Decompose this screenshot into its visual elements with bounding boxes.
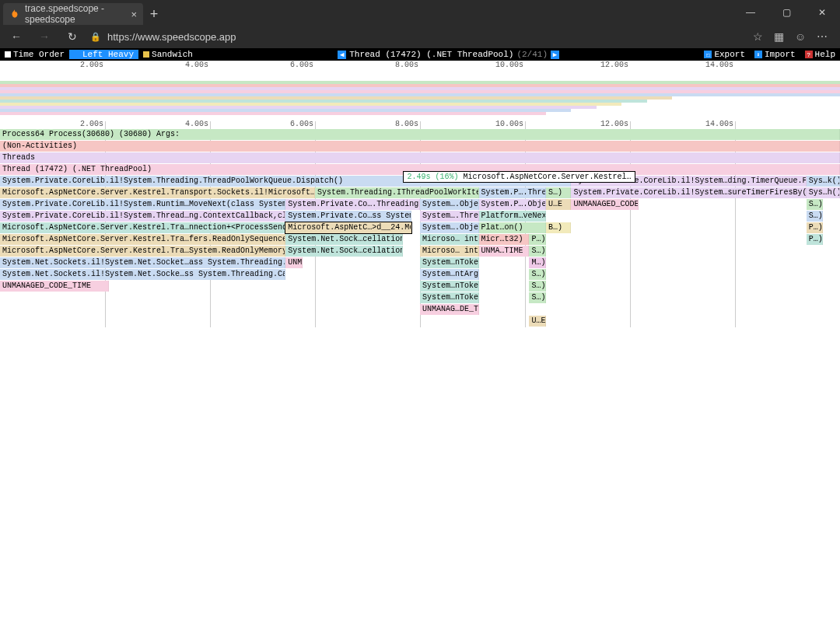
address-bar[interactable]: 🔒 https://www.speedscope.app xyxy=(90,31,745,43)
flame-frame[interactable]: Platform…veNext() xyxy=(479,211,546,222)
extensions-icon[interactable]: ▦ xyxy=(774,30,784,43)
profile-icon[interactable]: ☺ xyxy=(795,30,806,43)
flame-frame[interactable]: System.Threading.IThreadPoolWorkItem.Exe… xyxy=(315,187,479,198)
flame-frame[interactable]: Microsoft.AspNetCore.Server.Kestrel.Tra…… xyxy=(0,234,285,245)
ruler-tick: 14.00s xyxy=(705,120,735,128)
flame-frame[interactable]: S…) xyxy=(807,199,824,210)
import-button[interactable]: ⬇Import xyxy=(750,50,800,59)
flame-frame[interactable]: P…) xyxy=(529,234,546,245)
flame-frame[interactable]: Microsoft.AspNetCore.Server.Kestrel.Tra…… xyxy=(0,246,285,257)
browser-tab[interactable]: trace.speedscope - speedscope × xyxy=(3,3,143,25)
flame-frame[interactable]: UNMANAGED_CODE_TIME xyxy=(0,281,109,292)
mode-label: Left Heavy xyxy=(82,50,134,59)
flame-frame[interactable]: S…) xyxy=(529,269,546,280)
flame-frame[interactable]: System.P….Thread) xyxy=(479,187,546,198)
back-button[interactable]: ← xyxy=(6,30,26,43)
thread-prev-button[interactable]: ◀ xyxy=(338,51,346,59)
mode-label: Time Order xyxy=(13,50,65,59)
flame-frame[interactable]: Process64 Process(30680) (30680) Args: xyxy=(0,129,840,140)
ruler-tick: 10.00s xyxy=(495,120,525,128)
flame-frame[interactable]: System.Net.Sockets.il!System.Net.Socket…… xyxy=(0,257,285,268)
flame-frame[interactable]: UNMA…TIME xyxy=(479,246,530,257)
flame-frame[interactable]: S…) xyxy=(529,292,546,303)
refresh-button[interactable]: ↻ xyxy=(62,30,82,43)
flame-frame[interactable]: System.Private.CoreLib.il!System.Runtim…… xyxy=(0,199,285,210)
timeline-ruler-bottom: 2.00s4.00s6.00s8.00s10.00s12.00s14.00s xyxy=(0,120,840,129)
flame-frame[interactable]: UNMANAGED_CODE_TIME xyxy=(285,257,303,268)
forward-button[interactable]: → xyxy=(34,30,54,43)
flame-frame[interactable]: P…) xyxy=(807,222,824,233)
hover-tooltip: 2.49s (16%) Microsoft.AspNetCore.Server.… xyxy=(403,171,635,183)
flame-frame[interactable]: UNMANAG…DE_TIME xyxy=(420,304,479,315)
window-maximize[interactable]: ▢ xyxy=(768,0,804,25)
flame-frame[interactable]: Sys…h() xyxy=(807,187,840,198)
ruler-tick: 6.00s xyxy=(290,61,315,69)
thread-label: Thread (17472) (.NET ThreadPool) xyxy=(349,50,513,59)
flame-frame[interactable]: System.Net.Sock…cellationToken) xyxy=(285,234,403,245)
ruler-tick: 4.00s xyxy=(185,61,210,69)
mode-color-icon xyxy=(5,51,11,58)
thread-next-button[interactable]: ▶ xyxy=(551,51,559,59)
flame-frame[interactable]: System…ntArgs) xyxy=(420,269,479,280)
flame-frame[interactable]: System.Net.Sock…cellationToken) xyxy=(285,246,403,257)
flame-frame[interactable]: System.Net.Sockets.il!System.Net.Socke…s… xyxy=(0,269,285,280)
flame-frame[interactable]: System….Object) xyxy=(420,222,479,233)
mode-color-icon xyxy=(74,51,80,58)
view-mode-left-heavy[interactable]: Left Heavy xyxy=(69,50,138,59)
tab-close-icon[interactable]: × xyxy=(131,9,137,20)
minimap[interactable] xyxy=(0,70,840,120)
flame-frame[interactable]: Sys…k() xyxy=(807,176,840,187)
flame-graph[interactable]: Process64 Process(30680) (30680) Args:(N… xyxy=(0,129,840,327)
help-button[interactable]: ?Help xyxy=(800,50,840,59)
flame-frame[interactable]: B…) xyxy=(546,222,571,233)
menu-icon[interactable]: ⋯ xyxy=(817,30,828,43)
ruler-tick: 6.00s xyxy=(290,120,315,128)
flame-frame[interactable]: Threads xyxy=(0,152,840,163)
flame-frame[interactable]: Microsoft.AspNetCore.Server.Kestrel.Tra…… xyxy=(0,222,285,233)
url-text: https://www.speedscope.app xyxy=(107,31,236,43)
flame-frame[interactable]: S…) xyxy=(529,246,546,257)
flame-frame[interactable]: P…) xyxy=(807,234,824,245)
flame-frame[interactable]: System….Object) xyxy=(420,199,479,210)
flame-frame[interactable]: U…E xyxy=(529,316,546,327)
flame-graph-area[interactable]: 2.00s4.00s6.00s8.00s10.00s12.00s14.00s 2… xyxy=(0,61,840,327)
view-mode-time-order[interactable]: Time Order xyxy=(0,50,69,59)
ruler-tick: 4.00s xyxy=(185,120,210,128)
flame-frame[interactable]: Plat…on() xyxy=(479,222,546,233)
flame-frame[interactable]: System…nToken) xyxy=(420,292,479,303)
flame-frame[interactable]: UNMANAGED_CODE_TIME xyxy=(571,199,638,210)
flame-frame[interactable]: Microso… int8>) xyxy=(420,234,479,245)
mode-color-icon xyxy=(143,51,149,58)
flame-frame[interactable]: System.Private.CoreLib.il!System…sureTim… xyxy=(571,187,806,198)
ruler-tick: 8.00s xyxy=(395,120,420,128)
flame-frame[interactable]: M…) xyxy=(529,257,546,268)
flame-frame[interactable]: System….Thread) xyxy=(420,211,479,222)
flame-frame[interactable]: U…E xyxy=(546,199,571,210)
flame-frame[interactable]: S…) xyxy=(807,211,824,222)
window-close[interactable]: ✕ xyxy=(804,0,840,25)
flame-frame[interactable]: Microso… int8>) xyxy=(420,246,479,257)
lock-icon: 🔒 xyxy=(90,32,101,42)
flame-frame[interactable]: System.Private.Co…ss System.Object) xyxy=(285,211,411,222)
flame-frame[interactable]: S…) xyxy=(529,281,546,292)
timeline-ruler-top: 2.00s4.00s6.00s8.00s10.00s12.00s14.00s xyxy=(0,61,840,70)
flame-frame[interactable]: Microsoft.AspNetCore.Server.Kestrel.Tran… xyxy=(0,187,315,198)
ruler-tick: 12.00s xyxy=(600,120,630,128)
favorite-icon[interactable]: ☆ xyxy=(753,30,763,43)
flame-frame[interactable]: System.P….Object) xyxy=(479,199,546,210)
flame-favicon xyxy=(9,9,20,19)
export-button[interactable]: ⏍Export xyxy=(699,50,750,59)
ruler-tick: 10.00s xyxy=(495,61,525,69)
mode-label: Sandwich xyxy=(152,50,193,59)
new-tab-button[interactable]: + xyxy=(143,3,165,25)
flame-frame[interactable]: S…) xyxy=(546,187,571,198)
flame-frame[interactable]: System.Private.Co….Threading.Thread) xyxy=(285,199,420,210)
flame-frame[interactable]: (Non-Activities) xyxy=(0,141,840,152)
flame-frame[interactable]: System.Private.CoreLib.il!System.Thread…… xyxy=(0,211,285,222)
window-minimize[interactable]: — xyxy=(733,0,768,25)
flame-frame[interactable]: System…nToken) xyxy=(420,257,479,268)
view-mode-sandwich[interactable]: Sandwich xyxy=(138,50,198,59)
flame-frame[interactable]: Micr…t32) xyxy=(479,234,530,245)
flame-frame[interactable]: System…nToken) xyxy=(420,281,479,292)
flame-frame[interactable]: Microsoft.AspNetC…>d__24.MoveNext() xyxy=(285,222,411,233)
